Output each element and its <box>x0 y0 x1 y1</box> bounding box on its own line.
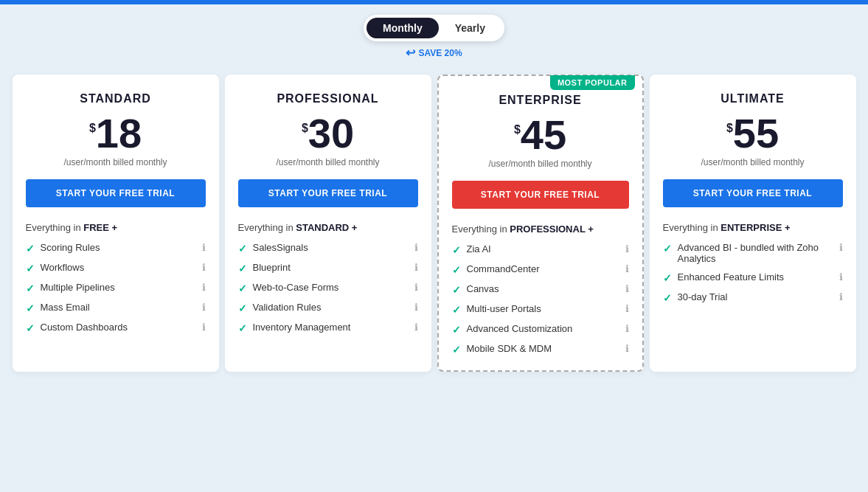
save-badge: ↩ SAVE 20% <box>406 46 462 60</box>
price-ultimate: 55 <box>733 113 779 154</box>
info-icon[interactable]: ℹ <box>839 291 843 302</box>
info-icon[interactable]: ℹ <box>202 322 206 333</box>
check-icon: ✓ <box>26 243 35 254</box>
info-icon[interactable]: ℹ <box>202 262 206 273</box>
info-icon[interactable]: ℹ <box>202 302 206 313</box>
everything-in-ultimate: Everything in ENTERPRISE + <box>663 222 843 233</box>
feature-text: CommandCenter <box>467 263 619 274</box>
cta-button-standard[interactable]: START YOUR FREE TRIAL <box>26 179 206 207</box>
info-icon[interactable]: ℹ <box>414 282 418 293</box>
currency-standard: $ <box>89 122 96 135</box>
feature-item: ✓ Validation Rules ℹ <box>238 302 418 314</box>
info-icon[interactable]: ℹ <box>414 242 418 253</box>
feature-item: ✓ Inventory Management ℹ <box>238 322 418 334</box>
check-icon: ✓ <box>452 304 461 316</box>
info-icon[interactable]: ℹ <box>414 262 418 273</box>
feature-item: ✓ Blueprint ℹ <box>238 262 418 274</box>
info-icon[interactable]: ℹ <box>625 343 629 354</box>
billing-freq-ultimate: /user/month billed monthly <box>663 157 843 167</box>
plans-area: STANDARD $ 18 /user/month billed monthly… <box>0 67 868 387</box>
check-icon: ✓ <box>238 302 247 314</box>
feature-list-standard: ✓ Scoring Rules ℹ ✓ Workflows ℹ ✓ Multip… <box>26 242 206 334</box>
monthly-toggle[interactable]: Monthly <box>367 18 439 38</box>
yearly-toggle[interactable]: Yearly <box>439 18 501 38</box>
check-icon: ✓ <box>452 264 461 276</box>
feature-text: Mobile SDK & MDM <box>467 343 619 354</box>
feature-text: Mass Email <box>41 302 196 313</box>
currency-professional: $ <box>302 122 308 135</box>
info-icon[interactable]: ℹ <box>202 242 206 253</box>
check-icon: ✓ <box>26 302 35 314</box>
price-enterprise: 45 <box>521 114 566 156</box>
check-icon: ✓ <box>26 283 35 294</box>
feature-item: ✓ Web-to-Case Forms ℹ <box>238 282 418 294</box>
info-icon[interactable]: ℹ <box>625 263 629 274</box>
feature-item: ✓ Mobile SDK & MDM ℹ <box>452 343 629 356</box>
arrow-icon: ↩ <box>406 46 415 60</box>
info-icon[interactable]: ℹ <box>839 271 843 283</box>
info-icon[interactable]: ℹ <box>625 323 629 334</box>
currency-enterprise: $ <box>514 123 521 136</box>
feature-list-ultimate: ✓ Advanced BI - bundled with Zoho Analyt… <box>663 242 843 304</box>
feature-text: Advanced Customization <box>467 323 619 334</box>
feature-text: Advanced BI - bundled with Zoho Analytic… <box>678 242 833 264</box>
billing-toggle-area: Monthly Yearly ↩ SAVE 20% <box>0 4 868 67</box>
cta-button-enterprise[interactable]: START YOUR FREE TRIAL <box>452 181 629 209</box>
info-icon[interactable]: ℹ <box>414 302 418 313</box>
feature-item: ✓ Scoring Rules ℹ <box>26 242 206 254</box>
check-icon: ✓ <box>238 243 247 254</box>
check-icon: ✓ <box>452 244 461 256</box>
feature-text: 30-day Trial <box>678 291 833 302</box>
most-popular-badge: MOST POPULAR <box>550 75 635 90</box>
billing-toggle[interactable]: Monthly Yearly <box>364 15 504 41</box>
plan-name-ultimate: ULTIMATE <box>663 92 843 105</box>
currency-ultimate: $ <box>726 122 733 135</box>
feature-text: Enhanced Feature Limits <box>678 271 833 283</box>
feature-text: Inventory Management <box>253 322 409 333</box>
cta-button-ultimate[interactable]: START YOUR FREE TRIAL <box>663 179 843 207</box>
feature-text: SalesSignals <box>253 242 409 253</box>
feature-text: Web-to-Case Forms <box>253 282 409 293</box>
billing-freq-standard: /user/month billed monthly <box>26 157 206 167</box>
feature-item: ✓ Zia AI ℹ <box>452 243 629 256</box>
plan-card-enterprise: MOST POPULARENTERPRISE $ 45 /user/month … <box>437 75 644 372</box>
everything-in-standard: Everything in FREE + <box>26 222 206 233</box>
feature-text: Blueprint <box>253 262 409 273</box>
info-icon[interactable]: ℹ <box>625 243 629 254</box>
plan-price-row-enterprise: $ 45 <box>452 114 629 156</box>
info-icon[interactable]: ℹ <box>414 322 418 333</box>
everything-in-professional: Everything in STANDARD + <box>238 222 418 233</box>
feature-text: Custom Dashboards <box>41 322 196 333</box>
plan-price-row-professional: $ 30 <box>238 113 418 154</box>
feature-text: Zia AI <box>467 243 619 254</box>
check-icon: ✓ <box>238 322 247 334</box>
plan-price-row-ultimate: $ 55 <box>663 113 843 154</box>
save-text: SAVE 20% <box>418 48 462 58</box>
plan-card-professional: PROFESSIONAL $ 30 /user/month billed mon… <box>225 75 431 372</box>
feature-item: ✓ Advanced Customization ℹ <box>452 323 629 336</box>
feature-text: Multiple Pipelines <box>41 282 196 293</box>
check-icon: ✓ <box>663 292 672 304</box>
feature-text: Validation Rules <box>253 302 409 313</box>
check-icon: ✓ <box>663 272 672 284</box>
check-icon: ✓ <box>238 263 247 274</box>
cta-button-professional[interactable]: START YoUR FREE TRIAL <box>238 179 418 207</box>
feature-item: ✓ SalesSignals ℹ <box>238 242 418 254</box>
feature-item: ✓ 30-day Trial ℹ <box>663 291 843 304</box>
info-icon[interactable]: ℹ <box>625 283 629 294</box>
check-icon: ✓ <box>26 322 35 334</box>
plan-price-row-standard: $ 18 <box>26 113 206 154</box>
info-icon[interactable]: ℹ <box>839 242 843 253</box>
check-icon: ✓ <box>663 243 672 254</box>
info-icon[interactable]: ℹ <box>625 303 629 314</box>
info-icon[interactable]: ℹ <box>202 282 206 293</box>
feature-item: ✓ Custom Dashboards ℹ <box>26 322 206 334</box>
feature-text: Workflows <box>41 262 196 273</box>
check-icon: ✓ <box>452 324 461 336</box>
billing-freq-enterprise: /user/month billed monthly <box>452 159 629 169</box>
feature-item: ✓ Mass Email ℹ <box>26 302 206 314</box>
plan-card-ultimate: ULTIMATE $ 55 /user/month billed monthly… <box>650 75 856 372</box>
feature-text: Scoring Rules <box>41 242 196 253</box>
plan-name-enterprise: ENTERPRISE <box>452 94 629 107</box>
feature-list-professional: ✓ SalesSignals ℹ ✓ Blueprint ℹ ✓ Web-to-… <box>238 242 418 334</box>
